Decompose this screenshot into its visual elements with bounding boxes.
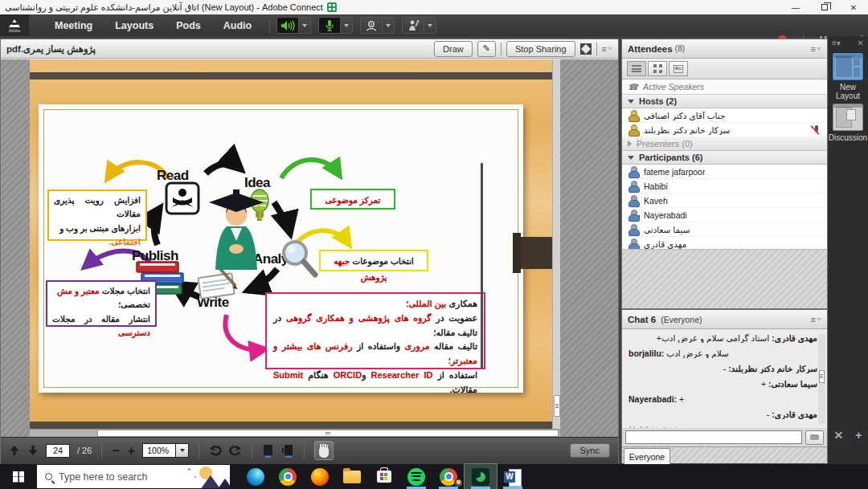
card-view-button[interactable] [669, 61, 688, 76]
taskbar-word[interactable] [497, 464, 529, 489]
fit-width-button[interactable] [281, 444, 294, 458]
participant-user-icon [628, 195, 638, 206]
minimize-button[interactable]: — [781, 0, 810, 14]
shared-file-title: پژوهش یساز یمری.pdf [6, 43, 96, 55]
chat-scrollbar[interactable] [818, 334, 825, 424]
close-button[interactable]: ✕ [839, 0, 868, 14]
participant-row[interactable]: fateme jafarpoor [622, 165, 827, 179]
pdf-toolbar: / 26 − + 100% Sync [1, 437, 618, 463]
delete-layout-icon[interactable]: ✕ [834, 429, 844, 442]
undo-button[interactable] [209, 445, 222, 456]
layout-strip-menu-icon[interactable]: ≡▾ [832, 39, 841, 47]
adobe-a-icon [9, 19, 20, 27]
list-view-icon [632, 65, 641, 72]
topics-box: انتخاب موضوعات جبهه پژوهش [319, 250, 428, 271]
pointer-tool-button[interactable]: ✎ [477, 41, 496, 57]
participant-user-icon [628, 224, 638, 234]
draw-button[interactable]: Draw [434, 41, 473, 57]
sync-button[interactable]: Sync [570, 443, 610, 458]
participant-row[interactable]: Kaveh [622, 194, 827, 208]
pan-tool-button[interactable] [314, 441, 334, 460]
webcam-button[interactable] [360, 17, 383, 34]
host-row[interactable]: جناب آقای دکتر اصنافی [622, 108, 827, 123]
window-titlebar: اتاق آنلاین مراسم-دانشکده علوم تربیتی و … [0, 0, 868, 14]
taskbar-file-explorer[interactable] [336, 464, 368, 489]
chat-message: مهدی قادری: - [628, 410, 817, 419]
hosts-section-header[interactable]: Hosts (2) [622, 95, 827, 108]
status-dropdown[interactable] [424, 17, 436, 34]
fullscreen-icon[interactable] [580, 43, 592, 55]
header-separator [596, 43, 597, 55]
layout-discussion-thumbnail[interactable] [833, 104, 863, 131]
fit-page-button[interactable] [262, 444, 274, 458]
chat-message: سیما سعادتی: + [628, 379, 817, 389]
microphone-dropdown[interactable] [341, 17, 353, 34]
page-up-button[interactable] [9, 445, 20, 456]
speaker-dropdown[interactable] [299, 17, 311, 34]
stop-sharing-button[interactable]: Stop Sharing [506, 41, 575, 57]
adobe-logo[interactable]: Adobe [0, 14, 29, 36]
send-message-button[interactable] [805, 430, 824, 445]
menu-meeting[interactable]: Meeting [55, 20, 92, 31]
taskbar-spotify[interactable] [400, 464, 432, 489]
chat-header: Chat 6 (Everyone) ≡ [622, 310, 827, 329]
page-number-input[interactable] [46, 444, 70, 458]
taskbar-chrome-profile[interactable] [432, 464, 465, 489]
taskbar-firefox[interactable] [304, 464, 336, 489]
chat-input[interactable] [625, 430, 802, 444]
participant-row[interactable]: سیما سعادتی [622, 222, 827, 237]
collaboration-box: همکاری بین المللی؛عضویت در گروه های پژوه… [265, 292, 485, 369]
menu-layouts[interactable]: Layouts [115, 20, 154, 31]
zoom-dropdown-button[interactable] [176, 443, 189, 458]
taskbar-search[interactable] [37, 465, 230, 488]
share-pod: پژوهش یساز یمری.pdf Draw ✎ Stop Sharing … [0, 39, 619, 463]
status-button[interactable] [402, 17, 424, 34]
attendees-pod-menu-icon[interactable]: ≡ [811, 44, 821, 54]
zoom-out-button[interactable]: − [112, 444, 120, 458]
share-pod-menu-icon[interactable]: ≡ [602, 44, 612, 54]
taskbar-chrome[interactable] [272, 464, 304, 489]
grid-view-button[interactable] [648, 61, 667, 76]
search-icon [45, 473, 52, 480]
host-name: جناب آقای دکتر اصنافی [644, 111, 725, 120]
profile-avatar [454, 479, 463, 487]
chat-message: سرکار خانم دکتر نظربلند: - [628, 364, 817, 373]
chat-pod-menu-icon[interactable]: ≡ [811, 315, 821, 324]
chevron-down-icon [386, 24, 391, 27]
participants-section-header[interactable]: Participants (6) [622, 151, 827, 165]
search-illustration [183, 465, 230, 488]
webcam-dropdown[interactable] [383, 17, 395, 34]
tab-everyone[interactable]: Everyone [624, 448, 670, 464]
horizontal-scrollbar[interactable] [30, 429, 560, 437]
microphone-button[interactable] [318, 17, 341, 34]
vertical-scrollbar-thumb[interactable] [554, 395, 560, 417]
add-layout-icon[interactable]: + [855, 429, 862, 442]
taskbar-adobe-connect[interactable] [465, 464, 497, 489]
taskbar-microsoft-store[interactable] [368, 464, 400, 489]
participant-row[interactable]: Nayerabadi [622, 208, 827, 222]
list-view-button[interactable] [627, 61, 646, 76]
edge-icon [247, 468, 264, 486]
taskbar-edge[interactable] [240, 464, 272, 489]
speaker-button[interactable] [276, 17, 299, 34]
menu-audio[interactable]: Audio [223, 20, 252, 31]
restore-button[interactable] [810, 0, 839, 14]
zoom-select[interactable]: 100% [142, 443, 189, 458]
zoom-in-button[interactable]: + [127, 444, 135, 458]
chat-message: borjalilu: سلام و عرض ادب [628, 348, 817, 358]
participant-name: fateme jafarpoor [644, 167, 705, 177]
host-row[interactable]: سرکار خانم دکتر نظربلند [622, 123, 827, 137]
redo-button[interactable] [229, 445, 242, 456]
layout-new-layout-thumbnail[interactable] [833, 53, 863, 80]
close-panel-icon[interactable]: ✕ [858, 39, 864, 47]
horizontal-scrollbar-thumb[interactable] [97, 430, 559, 437]
windows-taskbar: 94°F ENG 8:59 PM 6/14/2022 2 [0, 464, 868, 489]
vertical-scrollbar[interactable] [552, 59, 560, 437]
page-down-button[interactable] [27, 445, 39, 456]
search-input[interactable] [59, 471, 171, 483]
menu-pods[interactable]: Pods [176, 20, 201, 31]
presenters-section-header[interactable]: Presenters (0) [622, 137, 827, 151]
start-button[interactable] [0, 464, 37, 489]
participant-row[interactable]: Habibi [622, 179, 827, 194]
chat-sender: سرکار خانم دکتر نظربلند: [728, 364, 817, 373]
